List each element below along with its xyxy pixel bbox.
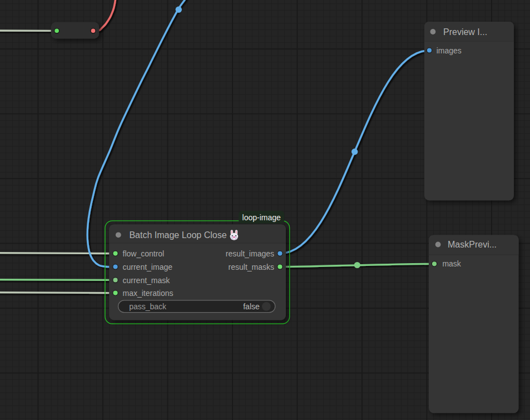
svg-text:current_mask: current_mask xyxy=(123,276,171,285)
svg-text:flow_control: flow_control xyxy=(123,249,165,258)
svg-text:Preview I...: Preview I... xyxy=(443,27,487,37)
svg-text:MaskPrevi...: MaskPrevi... xyxy=(448,240,497,249)
svg-text:Batch Image Loop Close: Batch Image Loop Close xyxy=(129,230,226,240)
svg-text:result_masks: result_masks xyxy=(229,263,274,271)
svg-text:pass_back: pass_back xyxy=(129,302,167,311)
svg-text:images: images xyxy=(437,46,462,55)
svg-text:false: false xyxy=(243,302,260,311)
svg-text:result_images: result_images xyxy=(226,249,274,258)
svg-text:loop-image: loop-image xyxy=(242,213,281,222)
svg-text:current_image: current_image xyxy=(123,263,173,271)
svg-text:mask: mask xyxy=(442,259,461,268)
svg-text:max_iterations: max_iterations xyxy=(123,289,174,298)
